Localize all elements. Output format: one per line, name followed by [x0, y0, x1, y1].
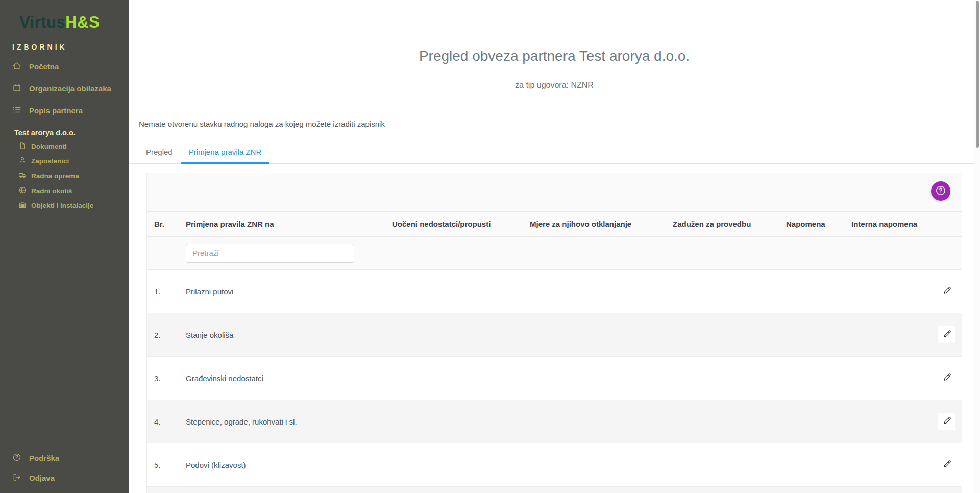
sidebar-item-objekti-i-instalacije[interactable]: Objekti i instalacije	[0, 198, 129, 213]
sidebar-item-pocetna[interactable]: Početna	[0, 56, 129, 78]
tab-bar: Pregled Primjena pravila ZNR	[129, 141, 980, 164]
calendar-icon	[12, 83, 21, 94]
column-header-mjere: Mjere za njihovo otklanjanje	[530, 220, 673, 228]
row-name: Stanje okoliša	[186, 331, 392, 339]
sidebar-menu: Početna Organizacija obilazaka Popis par…	[0, 56, 129, 122]
znr-table-card: Br. Primjena pravila ZNR na Uočeni nedos…	[146, 173, 962, 493]
app-logo: VirtusH&S	[0, 0, 129, 32]
help-button[interactable]	[931, 181, 950, 201]
sidebar-item-radni-okolis[interactable]: Radni okoliš	[0, 183, 129, 198]
globe-icon	[18, 186, 27, 196]
sidebar-item-label: Zaposlenici	[31, 157, 69, 165]
table-header-row: Br. Primjena pravila ZNR na Uočeni nedos…	[147, 211, 962, 237]
pencil-icon	[942, 416, 952, 427]
help-circle-icon	[12, 453, 21, 463]
app-window: VirtusH&S IZBORNIK Početna Organizacija …	[0, 0, 980, 493]
edit-row-button[interactable]	[938, 369, 955, 387]
sidebar-item-dokumenti[interactable]: Dokumenti	[0, 139, 129, 154]
column-header-interna-napomena: Interna napomena	[851, 220, 934, 228]
table-row: 3. Građevinski nedostatci	[147, 357, 962, 400]
pencil-icon	[942, 372, 952, 384]
sidebar-item-organizacija-obilazaka[interactable]: Organizacija obilazaka	[0, 78, 129, 100]
table-row: 2. Stanje okoliša	[147, 313, 962, 357]
table-filter-row	[147, 237, 962, 270]
page-subtitle: za tip ugovora: NZNR	[129, 81, 980, 90]
sidebar-item-popis-partnera[interactable]: Popis partnera	[0, 100, 129, 122]
row-number: 4.	[154, 417, 186, 426]
sidebar-item-label: Radna oprema	[31, 172, 79, 180]
logout-icon	[12, 473, 21, 483]
sidebar-footer: Podrška Odjava	[0, 448, 129, 488]
sidebar-item-label: Podrška	[29, 454, 59, 462]
sidebar-item-podrska[interactable]: Podrška	[0, 448, 129, 468]
table-row-partial	[147, 487, 962, 493]
truck-icon	[18, 171, 27, 181]
row-name: Podovi (klizavost)	[186, 461, 392, 469]
tab-pregled[interactable]: Pregled	[138, 141, 181, 164]
scrollbar[interactable]	[974, 0, 980, 493]
pencil-icon	[942, 286, 952, 297]
sidebar-item-radna-oprema[interactable]: Radna oprema	[0, 169, 129, 183]
home-icon	[12, 61, 21, 72]
column-header-napomena: Napomena	[786, 220, 851, 228]
column-header-primjena: Primjena pravila ZNR na	[186, 220, 392, 228]
column-header-zaduzen: Zadužen za provedbu	[673, 220, 786, 228]
logo-part-hs: H&S	[65, 13, 100, 31]
row-number: 3.	[154, 374, 186, 383]
notice-text: Nemate otvorenu stavku radnog naloga za …	[139, 120, 980, 128]
edit-row-button[interactable]	[938, 326, 955, 343]
edit-row-button[interactable]	[938, 283, 955, 300]
table-toolbar	[147, 173, 962, 211]
person-icon	[18, 156, 27, 166]
table-row: 4. Stepenice, ograde, rukohvati i sl.	[147, 400, 962, 443]
table-row: 1. Prilazni putovi	[147, 270, 962, 313]
row-number: 2.	[154, 331, 186, 339]
sidebar-item-label: Dokumenti	[31, 143, 67, 150]
row-name: Stepenice, ograde, rukohvati i sl.	[186, 417, 392, 426]
sidebar-item-label: Početna	[29, 62, 59, 71]
table-row: 5. Podovi (klizavost)	[147, 443, 962, 487]
logo-part-virtus: Virtus	[19, 13, 65, 31]
page-title: Pregled obveza partnera Test arorya d.o.…	[129, 48, 980, 64]
scrollbar-thumb[interactable]	[976, 1, 979, 148]
sidebar: VirtusH&S IZBORNIK Početna Organizacija …	[0, 0, 129, 493]
sidebar-item-label: Odjava	[29, 474, 55, 482]
list-icon	[12, 105, 21, 116]
sidebar-item-label: Radni okoliš	[31, 187, 72, 195]
sidebar-item-zaposlenici[interactable]: Zaposlenici	[0, 154, 129, 169]
pencil-icon	[942, 329, 952, 340]
document-icon	[18, 142, 27, 151]
main-content: Pregled obveza partnera Test arorya d.o.…	[129, 0, 980, 493]
search-input[interactable]	[186, 244, 354, 263]
row-number: 5.	[154, 461, 186, 469]
question-mark-icon	[935, 184, 947, 198]
edit-row-button[interactable]	[938, 413, 955, 430]
tab-primjena-pravila-znr[interactable]: Primjena pravila ZNR	[181, 141, 270, 164]
row-name: Građevinski nedostatci	[186, 374, 392, 383]
column-header-nedostatci: Uočeni nedostatci/propusti	[392, 220, 530, 228]
row-name: Prilazni putovi	[186, 287, 392, 296]
row-number: 1.	[154, 287, 186, 296]
sidebar-partner-menu: Dokumenti Zaposlenici Radna oprema Radni…	[0, 139, 129, 213]
garage-icon	[18, 201, 27, 210]
pencil-icon	[942, 459, 952, 471]
sidebar-item-label: Objekti i instalacije	[31, 202, 93, 209]
sidebar-item-odjava[interactable]: Odjava	[0, 468, 129, 488]
column-header-br: Br.	[154, 220, 186, 228]
sidebar-item-label: Popis partnera	[29, 106, 83, 115]
edit-row-button[interactable]	[938, 456, 955, 474]
sidebar-item-label: Organizacija obilazaka	[29, 84, 111, 93]
sidebar-section-label: IZBORNIK	[12, 43, 129, 51]
sidebar-partner-name: Test arorya d.o.o.	[14, 129, 129, 137]
